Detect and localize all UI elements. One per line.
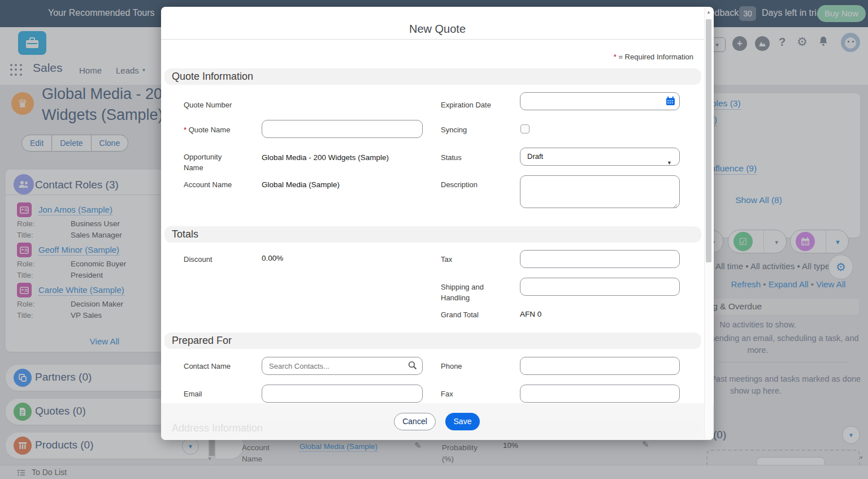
quote-name-input[interactable] [262, 120, 423, 138]
phone-label: Phone [441, 361, 462, 372]
search-icon [408, 361, 417, 372]
new-quote-modal: New Quote * = Required Information Quote… [161, 7, 714, 440]
quote-name-label: * Quote Name [184, 124, 230, 135]
modal-divider [161, 39, 714, 40]
section-prepared-for: Prepared For [164, 333, 701, 349]
account-name-label: Account Name [184, 179, 232, 190]
shipping-input[interactable] [520, 278, 680, 296]
status-value: Draft [527, 152, 543, 161]
save-button[interactable]: Save [445, 413, 480, 430]
expiration-date-input[interactable] [520, 92, 680, 110]
tax-input[interactable] [520, 250, 680, 268]
tax-label: Tax [441, 254, 452, 265]
scroll-up-icon[interactable]: ▲ [705, 10, 713, 15]
email-input[interactable] [262, 385, 423, 403]
fax-label: Fax [441, 389, 453, 399]
grand-total-label: Grand Total [441, 309, 479, 320]
date-picker-button[interactable] [666, 96, 675, 108]
syncing-checkbox[interactable] [520, 124, 530, 133]
status-select[interactable]: Draft ▼ [520, 148, 680, 166]
discount-label: Discount [184, 254, 212, 265]
description-label: Description [441, 179, 478, 190]
modal-scrollbar[interactable]: ▲ [704, 8, 713, 439]
shipping-label: Shipping and Handling [441, 282, 497, 303]
syncing-label: Syncing [441, 124, 467, 135]
description-textarea[interactable] [520, 175, 680, 208]
quote-number-label: Quote Number [184, 100, 232, 110]
section-totals: Totals [164, 226, 701, 243]
caret-down-icon: ▼ [667, 154, 672, 171]
email-label: Email [184, 389, 202, 399]
required-info-note: * = Required Information [614, 53, 693, 61]
cancel-button[interactable]: Cancel [394, 413, 436, 430]
discount-value: 0.00% [262, 254, 283, 262]
fax-input[interactable] [520, 385, 680, 403]
contact-search-input[interactable] [262, 357, 423, 375]
modal-title: New Quote [161, 23, 714, 36]
opportunity-name-value: Global Media - 200 Widgets (Sample) [262, 153, 389, 162]
status-label: Status [441, 152, 462, 163]
account-name-value: Global Media (Sample) [262, 180, 340, 189]
expiration-date-label: Expiration Date [441, 100, 491, 110]
asterisk-icon: * [614, 53, 617, 61]
resize-grip-icon[interactable] [672, 201, 678, 206]
calendar-icon [666, 96, 675, 106]
phone-input[interactable] [520, 357, 680, 375]
modal-footer [161, 403, 714, 440]
required-asterisk: * [184, 126, 186, 134]
section-quote-information: Quote Information [164, 68, 701, 85]
opportunity-name-label: Opportunity Name [184, 152, 236, 173]
scrollbar-thumb[interactable] [706, 19, 711, 262]
screen: Your Recommended Tours ▼ Feedback 30 Day… [0, 0, 868, 479]
grand-total-value: AFN 0 [520, 310, 541, 318]
contact-name-label: Contact Name [184, 361, 231, 372]
